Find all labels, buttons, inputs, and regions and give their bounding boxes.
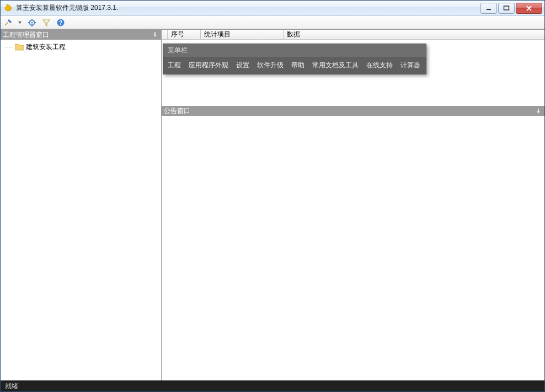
- statusbar: 就绪: [1, 380, 544, 391]
- app-icon: [4, 4, 13, 13]
- svg-point-3: [31, 22, 33, 23]
- svg-rect-0: [487, 9, 491, 10]
- menu-calculator[interactable]: 计算器: [400, 61, 420, 70]
- sidebar-title: 工程管理器窗口: [3, 30, 49, 40]
- sidebar-header: 工程管理器窗口: [1, 30, 161, 40]
- window-title: 算王安装算量软件无锁版 2017.3.1.: [16, 3, 480, 13]
- app-window: 算王安装算量软件无锁版 2017.3.1.: [0, 0, 545, 392]
- gear-icon[interactable]: [28, 18, 36, 27]
- maximize-button[interactable]: [498, 3, 515, 14]
- svg-rect-1: [504, 6, 509, 10]
- project-tree[interactable]: ···· 建筑安装工程: [1, 40, 161, 380]
- menubar-popup-title[interactable]: 菜单栏: [163, 44, 426, 57]
- menu-upgrade[interactable]: 软件升级: [257, 61, 284, 70]
- sidebar: 工程管理器窗口 ···· 建筑安装工程: [1, 30, 162, 380]
- tools-icon[interactable]: [4, 18, 13, 27]
- table-header: 序号 统计项目 数据: [162, 30, 544, 40]
- svg-text:?: ?: [59, 20, 62, 26]
- menu-support[interactable]: 在线支持: [366, 61, 393, 70]
- menu-appearance[interactable]: 应用程序外观: [189, 61, 228, 70]
- menu-docs-tools[interactable]: 常用文档及工具: [312, 61, 359, 70]
- pin-icon[interactable]: [535, 108, 542, 115]
- toolbar: ?: [1, 16, 544, 29]
- help-icon[interactable]: ?: [56, 18, 65, 27]
- tree-root-item[interactable]: ···· 建筑安装工程: [4, 42, 158, 52]
- col-seq[interactable]: 序号: [167, 30, 200, 39]
- announce-header: 公告窗口: [162, 106, 544, 116]
- table-corner: [162, 30, 167, 39]
- col-stat[interactable]: 统计项目: [200, 30, 283, 39]
- folder-icon: [15, 43, 24, 51]
- menu-project[interactable]: 工程: [168, 61, 181, 70]
- menu-settings[interactable]: 设置: [236, 61, 249, 70]
- col-data[interactable]: 数据: [283, 30, 544, 39]
- menubar-items: 工程 应用程序外观 设置 软件升级 帮助 常用文档及工具 在线支持 计算器: [163, 57, 426, 74]
- announce-title: 公告窗口: [164, 106, 190, 116]
- pin-icon[interactable]: [151, 31, 159, 39]
- minimize-button[interactable]: [480, 3, 497, 14]
- tree-connector-icon: ····: [4, 44, 15, 50]
- right-pane: 序号 统计项目 数据 公告窗口: [162, 30, 544, 380]
- menu-help[interactable]: 帮助: [291, 61, 304, 70]
- tools-dropdown-icon[interactable]: [18, 18, 22, 27]
- menubar-popup[interactable]: 菜单栏 工程 应用程序外观 设置 软件升级 帮助 常用文档及工具 在线支持 计算…: [163, 44, 426, 74]
- close-button[interactable]: [516, 3, 542, 14]
- filter-icon[interactable]: [42, 18, 51, 27]
- titlebar[interactable]: 算王安装算量软件无锁版 2017.3.1.: [1, 1, 544, 16]
- window-controls: [480, 3, 542, 14]
- status-text: 就绪: [5, 382, 18, 391]
- main-area: 工程管理器窗口 ···· 建筑安装工程: [1, 29, 544, 380]
- announce-body[interactable]: [162, 116, 544, 380]
- tree-root-label: 建筑安装工程: [26, 42, 66, 52]
